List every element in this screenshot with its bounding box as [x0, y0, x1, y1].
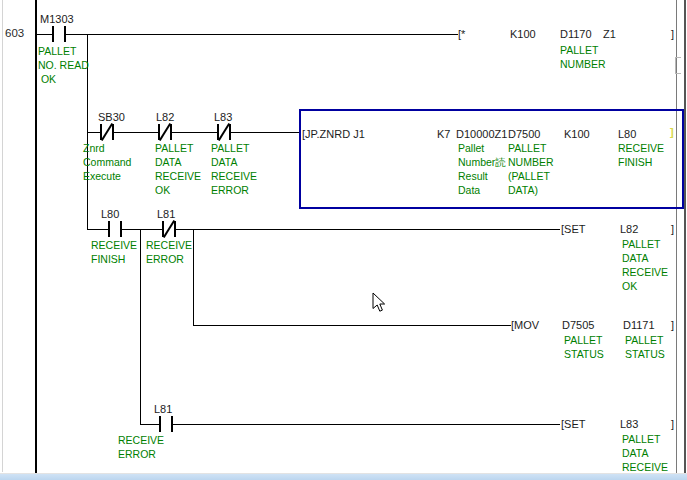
contact-l81-no[interactable] — [159, 416, 173, 432]
contact-pipe — [229, 124, 231, 140]
comment-l81-no: RECEIVE ERROR — [118, 433, 164, 461]
device-label-l81-no: L81 — [154, 403, 172, 415]
instr-multiply-operand-k100[interactable]: K100 — [510, 28, 536, 40]
contact-gap — [54, 26, 64, 42]
wire-main-rung — [37, 34, 458, 35]
contact-pipe — [112, 124, 114, 140]
instr-multiply-close-bracket: ] — [671, 28, 674, 40]
horizontal-scrollbar[interactable] — [0, 473, 687, 480]
wire-bottom-rung — [140, 424, 560, 425]
device-label-l80: L80 — [101, 208, 119, 220]
device-label-m1303: M1303 — [40, 13, 74, 25]
instr-multiply-opcode[interactable]: [* — [458, 28, 465, 40]
contact-l83[interactable] — [217, 124, 231, 140]
instr-multiply-operand-d1170[interactable]: D1170 — [560, 28, 592, 40]
wire-receive-rung — [88, 229, 560, 230]
instr-mov-close-bracket: ] — [671, 319, 674, 331]
comment-d1171: PALLET STATUS — [625, 333, 665, 361]
contact-l82[interactable] — [158, 124, 172, 140]
comment-sb30: Znrd Command Execute — [83, 141, 131, 183]
left-window-border — [2, 0, 3, 472]
instr-multiply-operand-z1[interactable]: Z1 — [603, 28, 616, 40]
instr-mov-operand-d1171[interactable]: D1171 — [623, 319, 655, 331]
contact-pipe — [52, 26, 54, 42]
comment-d7505: PALLET STATUS — [564, 333, 604, 361]
comment-l81-nc: RECEIVE ERROR — [146, 238, 192, 266]
comment-l83: PALLET DATA RECEIVE ERROR — [211, 141, 257, 197]
instr-set-l82-operand[interactable]: L82 — [620, 223, 638, 235]
contact-pipe — [170, 124, 172, 140]
contact-gap — [110, 221, 120, 237]
device-label-l83: L83 — [214, 111, 232, 123]
comment-m1303: PALLET NO. READ OK — [38, 44, 89, 86]
contact-pipe — [174, 221, 176, 237]
faint-bracket-mark — [675, 57, 681, 74]
comment-l82: PALLET DATA RECEIVE OK — [155, 141, 201, 197]
contact-sb30[interactable] — [100, 124, 114, 140]
contact-m1303[interactable] — [52, 26, 66, 42]
instr-mov-operand-d7505[interactable]: D7505 — [562, 319, 594, 331]
contact-pipe — [64, 26, 66, 42]
instr-znrd-close-bracket: ] — [670, 126, 674, 138]
right-window-border — [684, 0, 686, 480]
instr-mov-opcode[interactable]: [MOV — [511, 319, 539, 331]
instr-set-l82-close-bracket: ] — [671, 223, 674, 235]
instr-set-l82-opcode[interactable]: [SET — [561, 223, 585, 235]
comment-set-l82: PALLET DATA RECEIVE OK — [622, 237, 668, 293]
contact-pipe — [171, 416, 173, 432]
contact-l81-nc[interactable] — [162, 221, 176, 237]
contact-l80[interactable] — [108, 221, 122, 237]
rung-number: 603 — [5, 27, 24, 39]
contact-pipe — [159, 416, 161, 432]
comment-d1170: PALLET NUMBER — [560, 43, 606, 71]
contact-pipe — [108, 221, 110, 237]
wire-mov-rung — [193, 325, 511, 326]
selection-box — [299, 109, 684, 209]
mouse-cursor — [372, 292, 386, 313]
instr-set-l83-opcode[interactable]: [SET — [561, 418, 585, 430]
instr-set-l83-close-bracket: ] — [671, 418, 674, 430]
ladder-editor: 603 M1303 PALLET NO. READ OK [* K100 D11… — [0, 0, 687, 480]
device-label-l82: L82 — [156, 111, 174, 123]
device-label-l81-nc: L81 — [157, 208, 175, 220]
contact-pipe — [120, 221, 122, 237]
device-label-sb30: SB30 — [98, 111, 125, 123]
contact-gap — [161, 416, 171, 432]
comment-l80: RECEIVE FINISH — [91, 238, 137, 266]
instr-set-l83-operand[interactable]: L83 — [620, 418, 638, 430]
wire-drop-to-bottom-rung — [140, 229, 141, 425]
wire-drop-to-mov-rung — [193, 229, 194, 326]
wire-znrd-rung — [88, 132, 300, 133]
left-power-rail — [35, 0, 37, 473]
